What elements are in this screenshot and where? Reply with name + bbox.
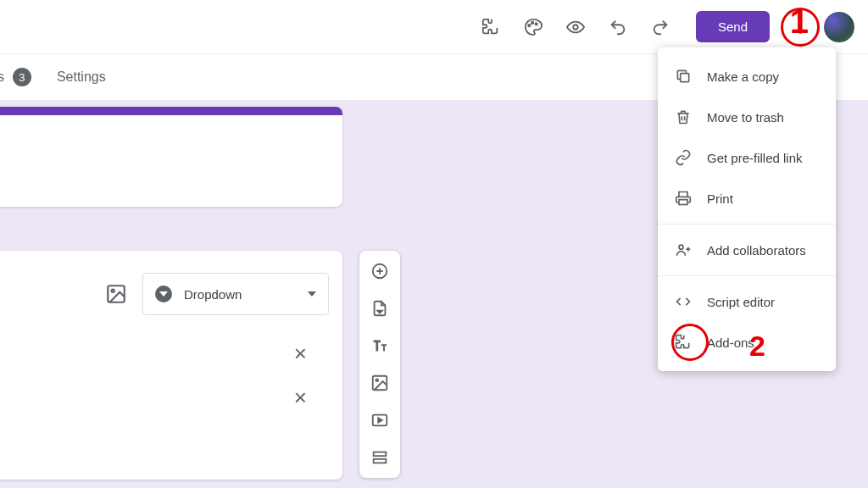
add-video-icon[interactable] <box>368 408 392 432</box>
menu-make-copy-label: Make a copy <box>707 69 779 84</box>
responses-count-badge: 3 <box>13 68 31 86</box>
preview-icon[interactable] <box>557 8 594 46</box>
add-image-icon[interactable] <box>368 371 392 395</box>
add-question-icon[interactable] <box>368 259 392 283</box>
svg-point-1 <box>531 21 533 23</box>
menu-print[interactable]: Print <box>658 178 836 219</box>
svg-rect-16 <box>679 200 687 205</box>
question-type-label: Dropdown <box>184 287 242 302</box>
svg-point-6 <box>798 30 801 33</box>
svg-point-17 <box>679 245 683 249</box>
svg-point-2 <box>535 23 537 25</box>
svg-rect-15 <box>681 74 689 82</box>
svg-point-8 <box>112 290 114 292</box>
image-icon[interactable] <box>105 283 127 305</box>
tab-settings[interactable]: Settings <box>57 69 106 85</box>
tab-settings-label: Settings <box>57 69 106 85</box>
add-title-icon[interactable] <box>368 334 392 358</box>
dropdown-type-icon <box>155 286 172 302</box>
import-questions-icon[interactable] <box>368 297 392 320</box>
menu-prefilled-label: Get pre-filled link <box>707 151 803 165</box>
question-controls: Dropdown <box>105 273 329 315</box>
menu-prefilled-link[interactable]: Get pre-filled link <box>658 137 836 178</box>
menu-add-collaborators[interactable]: Add collaborators <box>658 230 836 270</box>
redo-icon[interactable] <box>642 8 679 46</box>
menu-script-editor[interactable]: Script editor <box>658 281 836 322</box>
remove-option-2[interactable]: × <box>294 385 307 411</box>
tab-responses[interactable]: ses 3 <box>0 68 31 86</box>
svg-point-0 <box>528 24 530 25</box>
addons-icon[interactable] <box>472 8 509 46</box>
svg-point-11 <box>376 379 378 381</box>
theme-icon[interactable] <box>515 8 552 46</box>
menu-script-label: Script editor <box>707 295 775 309</box>
menu-make-copy[interactable]: Make a copy <box>658 56 836 97</box>
avatar[interactable] <box>824 12 854 42</box>
menu-collab-label: Add collaborators <box>707 243 806 258</box>
menu-separator-2 <box>658 275 836 276</box>
svg-point-5 <box>798 25 801 28</box>
svg-rect-13 <box>374 452 387 457</box>
menu-move-trash[interactable]: Move to trash <box>658 97 836 137</box>
undo-icon[interactable] <box>599 8 637 46</box>
remove-option-1[interactable]: × <box>294 341 307 367</box>
more-menu-wrapper <box>782 8 819 46</box>
menu-addons-label: Add-ons <box>707 336 754 350</box>
menu-move-trash-label: Move to trash <box>707 110 784 125</box>
add-section-icon[interactable] <box>368 446 392 469</box>
more-icon[interactable] <box>782 8 819 46</box>
menu-print-label: Print <box>707 191 733 206</box>
svg-point-4 <box>798 19 801 22</box>
send-button[interactable]: Send <box>696 11 770 42</box>
floating-toolbar <box>359 251 400 478</box>
svg-rect-14 <box>374 459 387 463</box>
top-toolbar: Send <box>0 0 868 54</box>
tab-responses-label: ses <box>0 69 4 85</box>
more-menu: Make a copy Move to trash Get pre-filled… <box>658 47 836 371</box>
svg-point-3 <box>573 25 578 30</box>
question-card[interactable]: Dropdown × × <box>0 251 342 480</box>
question-type-dropdown[interactable]: Dropdown <box>142 273 329 315</box>
form-header-card[interactable] <box>0 107 342 207</box>
menu-separator-1 <box>658 224 836 225</box>
chevron-down-icon <box>308 291 316 297</box>
menu-addons[interactable]: Add-ons 2 <box>658 322 836 363</box>
